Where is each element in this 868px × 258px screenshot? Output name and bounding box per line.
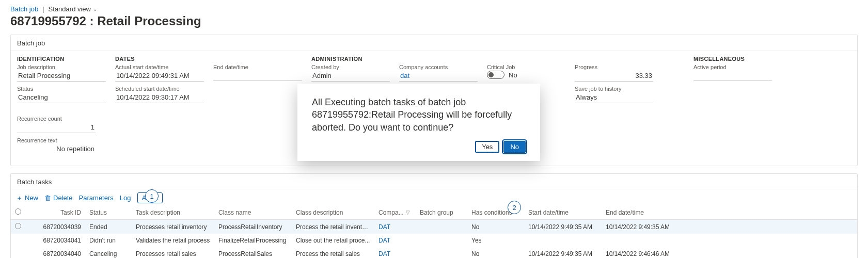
cell-group (416, 234, 467, 247)
group-title-identification: IDENTIFICATION (17, 56, 106, 62)
filter-icon: ▽ (406, 209, 410, 215)
toggle-critical[interactable] (487, 71, 504, 79)
cell-company[interactable]: DAT (374, 234, 416, 247)
cell-desc: Processes retail inventory (132, 220, 214, 234)
col-class-name[interactable]: Class name (214, 205, 292, 220)
view-label: Standard view (49, 5, 91, 13)
cell-start (524, 234, 602, 247)
cell-cond: No (467, 220, 524, 234)
label-end: End date/time (213, 64, 302, 70)
new-button[interactable]: ＋New (16, 194, 38, 203)
label-scheduled-start: Scheduled start date/time (115, 86, 204, 92)
cell-cond: No (467, 247, 524, 258)
cell-status: Didn't run (85, 234, 132, 247)
group-dates-2: End date/time (213, 56, 311, 107)
chevron-down-icon: ⌄ (93, 6, 97, 12)
row-select[interactable] (11, 220, 28, 234)
cell-desc: Processes retail sales (132, 247, 214, 258)
cell-end: 10/14/2022 9:49:35 AM (602, 220, 679, 234)
card-title: Batch job (11, 35, 857, 51)
trash-icon: 🗑 (44, 194, 51, 202)
cell-group (416, 220, 467, 234)
group-misc-2: Recurrence count 1 Recurrence text No re… (17, 107, 105, 158)
view-selector[interactable]: Standard view ⌄ (49, 5, 97, 13)
cell-cdesc: Process the retail sales (292, 247, 374, 258)
cell-company[interactable]: DAT (374, 247, 416, 258)
batch-tasks-card: Batch tasks ＋New 🗑Delete Parameters Log … (10, 173, 858, 258)
delete-button[interactable]: 🗑Delete (44, 194, 73, 202)
field-recurrence-count[interactable]: 1 (17, 122, 96, 133)
row-select[interactable] (11, 247, 28, 258)
label-status: Status (17, 86, 106, 92)
cell-cond: Yes (467, 234, 524, 247)
parameters-button[interactable]: Parameters (79, 194, 114, 202)
group-misc-1: MISCELLANEOUS Active period (693, 56, 781, 107)
table-row[interactable]: 68720034039EndedProcesses retail invento… (11, 220, 857, 234)
cell-start: 10/14/2022 9:49:35 AM (524, 220, 602, 234)
field-company[interactable]: dat (399, 71, 478, 82)
col-start[interactable]: Start date/time (524, 205, 602, 220)
field-status[interactable]: Canceling (17, 92, 106, 103)
cell-group (416, 247, 467, 258)
confirm-dialog: All Executing batch tasks of batch job 6… (297, 84, 540, 161)
cell-task-id: 68720034040 (28, 247, 85, 258)
cell-company[interactable]: DAT (374, 220, 416, 234)
col-task-id[interactable]: Task ID (28, 205, 85, 220)
field-recurrence-text: No repetition (17, 144, 96, 154)
table-row[interactable]: 68720034041Didn't runValidates the retai… (11, 234, 857, 247)
yes-button[interactable]: Yes (475, 141, 499, 153)
tasks-toolbar: ＋New 🗑Delete Parameters Log Abort 1 2 (11, 189, 857, 205)
label-job-description: Job description (17, 64, 106, 70)
dialog-message: All Executing batch tasks of batch job 6… (312, 96, 526, 134)
group-title-admin: ADMINISTRATION (311, 56, 390, 62)
label-progress: Progress (575, 64, 653, 70)
table-row[interactable]: 68720034040CancelingProcesses retail sal… (11, 247, 857, 258)
cell-end (602, 234, 679, 247)
breadcrumb: Batch job | Standard view ⌄ (10, 5, 858, 13)
row-select[interactable] (11, 234, 28, 247)
field-progress[interactable]: 33.33 (575, 71, 653, 82)
label-recurrence-text: Recurrence text (17, 137, 96, 143)
col-end[interactable]: End date/time (602, 205, 679, 220)
col-batch-group[interactable]: Batch group (416, 205, 467, 220)
label-save-history: Save job to history (575, 86, 653, 92)
cell-status: Canceling (85, 247, 132, 258)
field-save-history[interactable]: Always (575, 92, 653, 103)
cell-end: 10/14/2022 9:46:46 AM (602, 247, 679, 258)
tasks-grid: Task ID Status Task description Class na… (11, 205, 857, 258)
cell-cdesc: Close out the retail proce... (292, 234, 374, 247)
plus-icon: ＋ (16, 194, 23, 203)
callout-2: 2 (508, 201, 521, 214)
no-button[interactable]: No (503, 141, 526, 153)
group-title-dates: DATES (115, 56, 204, 62)
breadcrumb-parent[interactable]: Batch job (10, 5, 38, 13)
field-job-description[interactable]: Retail Processing (17, 71, 106, 82)
field-end[interactable] (213, 71, 302, 81)
cell-class: ProcessRetailSales (214, 247, 292, 258)
table-header-row: Task ID Status Task description Class na… (11, 205, 857, 220)
field-created-by[interactable]: Admin (311, 71, 390, 82)
cell-task-id: 68720034039 (28, 220, 85, 234)
col-task-desc[interactable]: Task description (132, 205, 214, 220)
cell-desc: Validates the retail process (132, 234, 214, 247)
cell-class: FinalizeRetailProcessing (214, 234, 292, 247)
cell-status: Ended (85, 220, 132, 234)
col-status[interactable]: Status (85, 205, 132, 220)
cell-class: ProcessRetailInventory (214, 220, 292, 234)
breadcrumb-separator: | (42, 5, 44, 13)
label-company: Company accounts (399, 64, 478, 70)
cell-cdesc: Process the retail inventory (292, 220, 374, 234)
group-dates: DATES Actual start date/time 10/14/2022 … (115, 56, 213, 107)
group-identification: IDENTIFICATION Job description Retail Pr… (17, 56, 115, 107)
field-critical: No (509, 71, 517, 79)
col-company[interactable]: Compa...▽ (374, 205, 416, 220)
cell-start: 10/14/2022 9:49:35 AM (524, 247, 602, 258)
col-select[interactable] (11, 205, 28, 220)
field-active-period[interactable] (693, 71, 772, 81)
tasks-title: Batch tasks (11, 174, 857, 189)
log-button[interactable]: Log (120, 194, 131, 202)
field-actual-start[interactable]: 10/14/2022 09:49:31 AM (115, 71, 204, 82)
group-admin-4: Progress 33.33 Save job to history Alway… (575, 56, 662, 107)
field-scheduled-start[interactable]: 10/14/2022 09:30:17 AM (115, 92, 204, 103)
col-class-desc[interactable]: Class description (292, 205, 374, 220)
